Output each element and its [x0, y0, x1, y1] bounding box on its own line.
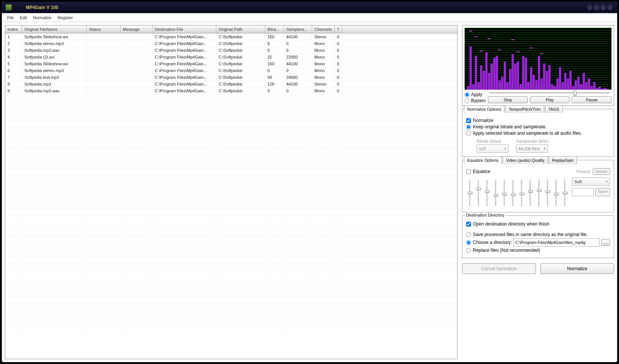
tab-replaygain[interactable]: ReplayGain — [549, 156, 577, 164]
app-icon — [6, 5, 12, 11]
eq-sliders[interactable] — [466, 177, 568, 208]
table-row[interactable]: 2Softpedia stereo.mp3C:\Program Files\Mp… — [5, 40, 457, 47]
samplerate-label: Samplerate (kHz) — [516, 139, 548, 143]
destination-panel: Destination Directory Open destination d… — [462, 215, 614, 258]
help-button[interactable] — [601, 5, 606, 10]
menubar: FileEditNormalizeRegister — [2, 13, 617, 22]
equalize-options-panel: Equalize Options Video (audio) Quality R… — [462, 160, 614, 212]
replace-files-radio[interactable]: Replace files (Not recommended) — [466, 248, 610, 253]
preset-combo[interactable]: Soft — [572, 177, 610, 186]
eq-band-slider[interactable] — [535, 180, 542, 206]
file-table: IndexOriginal FileNameStatusMessageDesti… — [5, 25, 457, 359]
playback-slider[interactable] — [488, 92, 611, 93]
eq-band-slider[interactable] — [492, 180, 499, 206]
table-row[interactable]: 5Softpedia Slideshow.aviC:\Program Files… — [5, 60, 457, 67]
col-header[interactable]: Samplera... — [284, 26, 312, 33]
eq-band-slider[interactable] — [466, 180, 473, 206]
col-header[interactable]: Status — [87, 26, 121, 33]
cancel-normalize-button[interactable]: Cancel Normalize — [462, 263, 536, 274]
preset-name-input[interactable] — [572, 188, 594, 196]
presets-label: Presets — [577, 169, 590, 174]
eq-band-slider[interactable] — [501, 180, 508, 206]
tab-tags[interactable]: TAGS — [545, 105, 563, 113]
eq-band-slider[interactable] — [475, 180, 482, 206]
app-window: MP4Gain V 105 FileEditNormalizeRegister … — [2, 2, 617, 362]
table-row[interactable]: 3Softpedia.mp3.wavC:\Program Files\Mp4Ga… — [5, 47, 457, 54]
col-header[interactable]: Bitra... — [265, 26, 284, 33]
maximize-button[interactable] — [594, 5, 599, 10]
table-header: IndexOriginal FileNameStatusMessageDesti… — [5, 26, 457, 33]
open-after-checkbox[interactable]: Open destination directory when finish — [466, 221, 610, 227]
col-header[interactable]: T — [335, 26, 342, 33]
col-header[interactable]: Message — [121, 26, 152, 33]
close-button[interactable] — [607, 5, 613, 10]
bitrate-combo[interactable]: 128 — [477, 144, 509, 153]
play-button[interactable]: Play — [530, 96, 570, 103]
tab-equalize-options[interactable]: Equalize Options — [464, 156, 502, 164]
window-title: MP4Gain V 105 — [26, 5, 58, 10]
table-body[interactable]: 1Softpedia Slideshow.aviC:\Program Files… — [5, 33, 457, 359]
eq-band-slider[interactable] — [561, 180, 568, 206]
delete-preset-button[interactable]: Delete — [593, 168, 610, 175]
col-header[interactable]: Index — [5, 26, 22, 33]
pause-button[interactable]: Pause — [572, 96, 611, 103]
table-row[interactable]: 8Softpedia.mp3C:\Program Files\Mp4Gain..… — [5, 81, 457, 87]
browse-button[interactable]: ... — [601, 239, 610, 246]
save-preset-button[interactable]: Save — [595, 188, 610, 196]
eq-band-slider[interactable] — [509, 180, 516, 206]
destination-legend: Destination Directory — [465, 213, 506, 217]
menu-normalize[interactable]: Normalize — [30, 14, 55, 21]
table-row[interactable]: 1Softpedia Slideshow.aviC:\Program Files… — [5, 33, 457, 40]
stop-button[interactable]: Stop — [488, 96, 528, 103]
tab-video-quality[interactable]: Video (audio) Quality — [503, 156, 548, 164]
samplerate-combo[interactable]: 44,100 KHz — [516, 144, 548, 153]
keep-original-radio[interactable]: Keep original bitrate and samplerate. — [466, 124, 610, 129]
equalize-checkbox[interactable]: Equalize — [466, 169, 490, 174]
table-row[interactable]: 6Softpedia stereo.mp3C:\Program Files\Mp… — [5, 67, 457, 74]
eq-band-slider[interactable] — [518, 180, 525, 206]
apply-selected-radio[interactable]: Apply selected bitrate and samplerate to… — [466, 131, 610, 136]
visualizer-panel: Apply Bypass Stop Play Pause — [462, 25, 614, 106]
eq-band-slider[interactable] — [483, 180, 491, 206]
menu-edit[interactable]: Edit — [17, 14, 30, 21]
normalize-button[interactable]: Normalize — [540, 263, 614, 274]
apply-radio[interactable]: Apply — [465, 92, 486, 97]
tab-normalize-options[interactable]: Normalize Options — [464, 105, 504, 113]
bypass-radio[interactable]: Bypass — [465, 98, 486, 103]
eq-band-slider[interactable] — [544, 180, 551, 206]
spectrum-display — [465, 28, 611, 90]
eq-band-slider[interactable] — [527, 180, 534, 206]
table-row[interactable]: 4Softpedia (2).aviC:\Program Files\Mp4Ga… — [5, 54, 457, 60]
col-header[interactable]: Destination File — [152, 26, 216, 33]
col-header[interactable]: Channels — [312, 26, 335, 33]
choose-dir-radio[interactable]: Choose a directory: — [466, 240, 512, 245]
directory-input[interactable]: C:\Program Files\Mp4Gain\files_mp4g — [513, 238, 600, 247]
minimize-button[interactable] — [587, 5, 592, 10]
eq-band-slider[interactable] — [553, 180, 560, 206]
table-row[interactable]: 7Softpedia test.mp3C:\Program Files\Mp4G… — [5, 74, 457, 81]
bitrate-label: Bitrate (kbps) — [477, 139, 509, 143]
same-dir-radio[interactable]: Save processed files in same directory a… — [466, 232, 610, 237]
col-header[interactable]: Original FileName — [22, 26, 87, 33]
menu-file[interactable]: File — [4, 14, 17, 21]
normalize-options-panel: Normalize Options Tempo/Pitch/Trim TAGS … — [462, 109, 614, 157]
normalize-checkbox[interactable]: Normalize — [466, 118, 610, 123]
titlebar[interactable]: MP4Gain V 105 — [2, 2, 617, 13]
col-header[interactable]: Original Path — [216, 26, 265, 33]
tab-tempo-pitch-trim[interactable]: Tempo/Pitch/Trim — [505, 105, 544, 113]
menu-register[interactable]: Register — [54, 14, 76, 21]
table-row[interactable]: 9Softpedia.mp3.wavC:\Program Files\Mp4Ga… — [5, 87, 457, 94]
